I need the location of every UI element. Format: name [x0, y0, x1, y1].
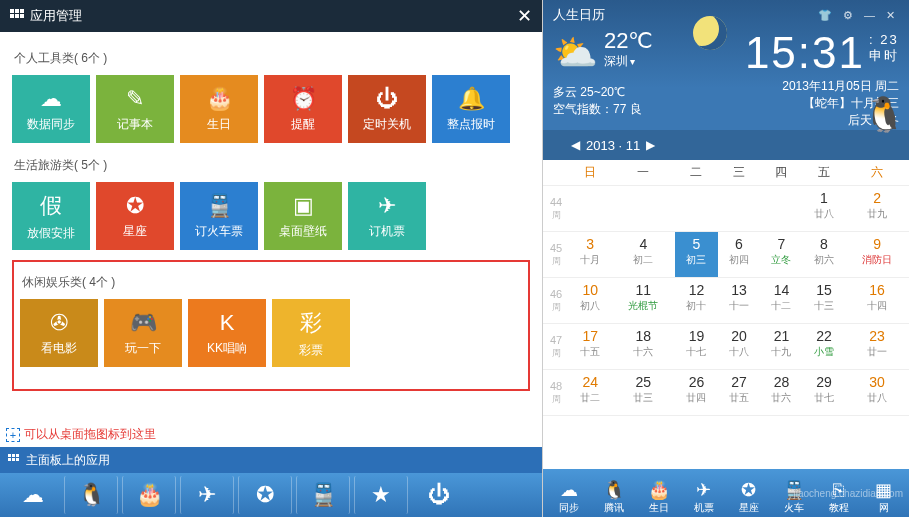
plus-icon: +	[6, 428, 20, 442]
calendar-cell[interactable]: 10初八	[569, 278, 611, 324]
right-dock-item[interactable]: 🎂生日	[637, 479, 680, 515]
app-tile[interactable]: 假放假安排	[12, 182, 90, 250]
calendar-cell[interactable]: 25廿三	[612, 370, 676, 416]
calendar-cell[interactable]: 21十九	[760, 324, 802, 370]
weather-icon: ⛅	[553, 32, 598, 78]
app-tile[interactable]: ✎记事本	[96, 75, 174, 143]
dock-label: 生日	[649, 501, 669, 515]
calendar-cell-empty	[675, 186, 717, 232]
tile-icon: ⏻	[376, 86, 398, 112]
dock-item-star[interactable]: ✪	[238, 476, 292, 514]
calendar-cell[interactable]: 4初二	[612, 232, 676, 278]
tile-label: 玩一下	[125, 340, 161, 357]
month-label[interactable]: 2013 · 11	[586, 138, 640, 153]
tile-label: 整点报时	[447, 116, 495, 133]
tile-label: 数据同步	[27, 116, 75, 133]
calendar-cell[interactable]: 19十七	[675, 324, 717, 370]
app-tile[interactable]: ⏻定时关机	[348, 75, 426, 143]
calendar-cell[interactable]: 3十月	[569, 232, 611, 278]
calendar-cell[interactable]: 2廿九	[845, 186, 909, 232]
calendar-cell[interactable]: 11光棍节	[612, 278, 676, 324]
city-select[interactable]: 深圳▾	[604, 54, 653, 68]
calendar-cell[interactable]: 13十一	[718, 278, 760, 324]
dock-icon: 🎂	[648, 479, 670, 501]
calendar-cell[interactable]: 20十八	[718, 324, 760, 370]
svg-rect-5	[20, 14, 24, 18]
weekday-header: 四	[760, 160, 802, 186]
right-dock-item[interactable]: ✈机票	[682, 479, 725, 515]
sky-header: 人生日历 👕 ⚙ — ✕ ⛅ 22℃ 深圳▾ 15:31 : 23 申时 多云 …	[543, 0, 909, 160]
calendar-cell[interactable]: 17十五	[569, 324, 611, 370]
window-controls[interactable]: 👕 ⚙ — ✕	[818, 9, 899, 22]
month-selector: ◀ 2013 · 11 ▶	[543, 130, 909, 160]
calendar-cell-empty	[569, 186, 611, 232]
calendar-cell[interactable]: 23廿一	[845, 324, 909, 370]
app-tile[interactable]: ✇看电影	[20, 299, 98, 367]
calendar-cell[interactable]: 1廿八	[803, 186, 845, 232]
calendar-cell[interactable]: 7立冬	[760, 232, 802, 278]
dock-label: 同步	[559, 501, 579, 515]
tile-label: 提醒	[291, 116, 315, 133]
close-icon[interactable]: ✕	[517, 5, 532, 27]
right-dock-item[interactable]: ☁同步	[547, 479, 590, 515]
dock-label: 星座	[739, 501, 759, 515]
calendar-cell[interactable]: 14十二	[760, 278, 802, 324]
dock-item-star2[interactable]: ★	[354, 476, 408, 514]
watermark: jiaocheng.chazidian.com	[793, 488, 903, 499]
svg-rect-10	[12, 458, 15, 461]
dock-icon: ☁	[560, 479, 578, 501]
calendar-cell[interactable]: 5初三	[675, 232, 717, 278]
weekday-header: 一	[612, 160, 676, 186]
app-tile[interactable]: 🎂生日	[180, 75, 258, 143]
svg-rect-11	[16, 458, 19, 461]
main-panel-bar: 主面板上的应用	[0, 447, 542, 473]
app-tile[interactable]: ▣桌面壁纸	[264, 182, 342, 250]
app-tile[interactable]: ✈订机票	[348, 182, 426, 250]
calendar-cell[interactable]: 30廿八	[845, 370, 909, 416]
calendar-cell[interactable]: 18十六	[612, 324, 676, 370]
app-tile[interactable]: KKK唱响	[188, 299, 266, 367]
calendar-cell[interactable]: 15十三	[803, 278, 845, 324]
app-tile[interactable]: 🎮玩一下	[104, 299, 182, 367]
svg-rect-9	[8, 458, 11, 461]
tile-label: 生日	[207, 116, 231, 133]
drop-hint: + 可以从桌面拖图标到这里	[0, 422, 542, 447]
dock-item-cloud[interactable]: ☁	[6, 476, 60, 514]
app-tile[interactable]: ⏰提醒	[264, 75, 342, 143]
calendar-cell[interactable]: 8初六	[803, 232, 845, 278]
svg-rect-0	[10, 9, 14, 13]
calendar-cell-empty	[612, 186, 676, 232]
dock-item-plane[interactable]: ✈	[180, 476, 234, 514]
dock-icon: ✪	[741, 479, 756, 501]
app-tile[interactable]: ✪星座	[96, 182, 174, 250]
right-dock: ☁同步🐧腾讯🎂生日✈机票✪星座🚆火车⎘教程▦网jiaocheng.chazidi…	[543, 469, 909, 517]
right-dock-item[interactable]: 🐧腾讯	[592, 479, 635, 515]
app-tile[interactable]: 🚆订火车票	[180, 182, 258, 250]
app-tile[interactable]: 🔔整点报时	[432, 75, 510, 143]
grid-icon	[10, 9, 24, 23]
dock-item-cake[interactable]: 🎂	[122, 476, 176, 514]
mascot-icon: 🐧	[863, 94, 905, 134]
calendar-cell[interactable]: 6初四	[718, 232, 760, 278]
right-dock-item[interactable]: ✪星座	[727, 479, 770, 515]
tile-label: 订火车票	[195, 223, 243, 240]
calendar-cell[interactable]: 9消防日	[845, 232, 909, 278]
category-title: 个人工具类( 6个 )	[14, 50, 530, 67]
calendar-cell[interactable]: 24廿二	[569, 370, 611, 416]
dock-item-power[interactable]: ⏻	[412, 476, 466, 514]
prev-month-button[interactable]: ◀	[565, 138, 586, 152]
calendar-cell[interactable]: 28廿六	[760, 370, 802, 416]
calendar-cell[interactable]: 16十四	[845, 278, 909, 324]
calendar-cell[interactable]: 12初十	[675, 278, 717, 324]
dock-item-penguin[interactable]: 🐧	[64, 476, 118, 514]
calendar-cell[interactable]: 27廿五	[718, 370, 760, 416]
calendar-cell[interactable]: 26廿四	[675, 370, 717, 416]
dock-item-train[interactable]: 🚆	[296, 476, 350, 514]
calendar-cell[interactable]: 22小雪	[803, 324, 845, 370]
svg-rect-6	[8, 454, 11, 457]
app-tile[interactable]: ☁数据同步	[12, 75, 90, 143]
calendar-cell[interactable]: 29廿七	[803, 370, 845, 416]
next-month-button[interactable]: ▶	[640, 138, 661, 152]
app-tile[interactable]: 彩彩票	[272, 299, 350, 367]
week-number: 45周	[543, 232, 569, 278]
